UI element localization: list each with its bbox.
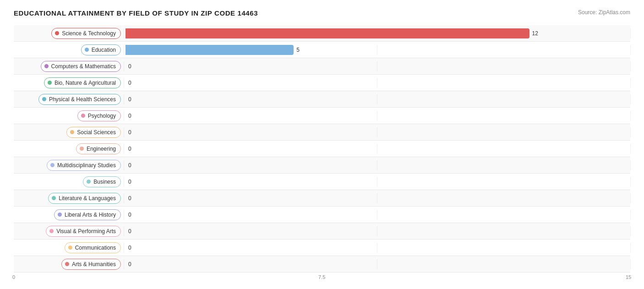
label-dot-communications (68, 245, 72, 250)
grid-line (377, 259, 377, 269)
row-label-cell-literature-languages: Literature & Languages (14, 193, 124, 204)
grid-line (377, 226, 377, 236)
grid-line (377, 111, 377, 121)
label-dot-engineering (80, 147, 84, 151)
chart-row-communications: Communications0 (14, 240, 630, 256)
label-text-physical-health-sciences: Physical & Health Sciences (49, 96, 116, 103)
chart-row-business: Business0 (14, 174, 630, 190)
grid-line (377, 177, 377, 187)
grid-line (124, 78, 124, 88)
label-pill-computers-mathematics: Computers & Mathematics (41, 61, 121, 72)
chart-row-visual-performing-arts: Visual & Performing Arts0 (14, 223, 630, 240)
label-text-bio-nature-agricultural: Bio, Nature & Agricultural (55, 80, 116, 86)
row-bar-cell-business: 0 (124, 177, 630, 187)
row-label-cell-computers-mathematics: Computers & Mathematics (14, 61, 124, 72)
grid-line (124, 177, 124, 187)
label-text-business: Business (93, 179, 116, 185)
label-dot-liberal-arts-history (58, 213, 62, 217)
row-label-cell-arts-humanities: Arts & Humanities (14, 259, 124, 270)
grid-line (124, 243, 124, 253)
bar-value-literature-languages: 0 (128, 195, 131, 202)
x-axis-label-2: 15 (626, 274, 631, 280)
label-text-multidisciplinary-studies: Multidisciplinary Studies (57, 162, 116, 169)
bar-value-physical-health-sciences: 0 (128, 96, 131, 103)
label-pill-communications: Communications (65, 242, 121, 253)
grid-line (630, 243, 631, 253)
bar-fill-science-technology (126, 28, 529, 38)
bar-value-science-technology: 12 (532, 30, 538, 37)
x-axis-label-1: 7.5 (318, 274, 325, 280)
bar-value-bio-nature-agricultural: 0 (128, 80, 131, 86)
grid-line (630, 78, 631, 88)
label-pill-bio-nature-agricultural: Bio, Nature & Agricultural (44, 77, 121, 88)
grid-line (124, 127, 124, 137)
grid-line (630, 94, 631, 104)
grid-line (124, 259, 124, 269)
grid-line (630, 111, 631, 121)
label-pill-arts-humanities: Arts & Humanities (61, 259, 121, 270)
grid-line (124, 226, 124, 236)
label-text-arts-humanities: Arts & Humanities (72, 261, 116, 267)
label-text-computers-mathematics: Computers & Mathematics (51, 63, 116, 70)
grid-line (630, 61, 631, 71)
label-dot-education (85, 48, 89, 52)
row-label-cell-liberal-arts-history: Liberal Arts & History (14, 209, 124, 220)
grid-line (630, 177, 631, 187)
label-dot-psychology (81, 114, 85, 118)
grid-line (630, 259, 631, 269)
label-dot-physical-health-sciences (42, 97, 46, 101)
row-label-cell-science-technology: Science & Technology (14, 28, 124, 39)
chart-header: EDUCATIONAL ATTAINMENT BY FIELD OF STUDY… (14, 9, 630, 17)
grid-line (630, 127, 631, 137)
label-dot-business (87, 180, 91, 184)
row-label-cell-visual-performing-arts: Visual & Performing Arts (14, 226, 124, 237)
grid-line (630, 193, 631, 203)
label-pill-social-sciences: Social Sciences (66, 127, 121, 138)
row-label-cell-psychology: Psychology (14, 110, 124, 121)
chart-row-physical-health-sciences: Physical & Health Sciences0 (14, 91, 630, 108)
label-pill-visual-performing-arts: Visual & Performing Arts (46, 226, 121, 237)
bar-value-business: 0 (128, 179, 131, 185)
label-dot-literature-languages (52, 196, 56, 200)
row-bar-cell-arts-humanities: 0 (124, 259, 630, 269)
label-pill-psychology: Psychology (77, 110, 121, 121)
label-text-engineering: Engineering (87, 146, 116, 152)
grid-line (630, 144, 631, 154)
row-bar-cell-visual-performing-arts: 0 (124, 226, 630, 236)
chart-row-bio-nature-agricultural: Bio, Nature & Agricultural0 (14, 75, 630, 91)
chart-row-computers-mathematics: Computers & Mathematics0 (14, 58, 630, 75)
chart-row-multidisciplinary-studies: Multidisciplinary Studies0 (14, 157, 630, 174)
row-bar-cell-multidisciplinary-studies: 0 (124, 160, 630, 170)
label-pill-multidisciplinary-studies: Multidisciplinary Studies (47, 160, 121, 171)
grid-line (124, 45, 124, 55)
row-bar-cell-physical-health-sciences: 0 (124, 94, 630, 104)
row-label-cell-business: Business (14, 176, 124, 187)
row-label-cell-social-sciences: Social Sciences (14, 127, 124, 138)
row-bar-cell-communications: 0 (124, 243, 630, 253)
grid-line (377, 78, 377, 88)
label-dot-science-technology (55, 31, 59, 35)
bar-value-social-sciences: 0 (128, 129, 131, 136)
label-dot-computers-mathematics (44, 64, 49, 68)
bar-value-engineering: 0 (128, 146, 131, 152)
label-pill-education: Education (81, 44, 121, 55)
row-bar-cell-computers-mathematics: 0 (124, 61, 630, 71)
grid-line (377, 210, 377, 220)
grid-line (377, 193, 377, 203)
row-bar-cell-engineering: 0 (124, 144, 630, 154)
chart-row-education: Education5 (14, 42, 630, 58)
bar-value-liberal-arts-history: 0 (128, 212, 131, 218)
row-label-cell-engineering: Engineering (14, 143, 124, 154)
row-bar-cell-literature-languages: 0 (124, 193, 630, 203)
label-dot-bio-nature-agricultural (48, 81, 52, 85)
row-bar-cell-psychology: 0 (124, 111, 630, 121)
label-text-education: Education (92, 47, 116, 53)
grid-line (377, 144, 377, 154)
chart-row-science-technology: Science & Technology12 (14, 25, 630, 42)
row-label-cell-education: Education (14, 44, 124, 55)
bar-fill-education (126, 45, 294, 55)
grid-line (377, 243, 377, 253)
row-label-cell-physical-health-sciences: Physical & Health Sciences (14, 94, 124, 105)
row-bar-cell-liberal-arts-history: 0 (124, 210, 630, 220)
label-text-visual-performing-arts: Visual & Performing Arts (56, 228, 116, 234)
